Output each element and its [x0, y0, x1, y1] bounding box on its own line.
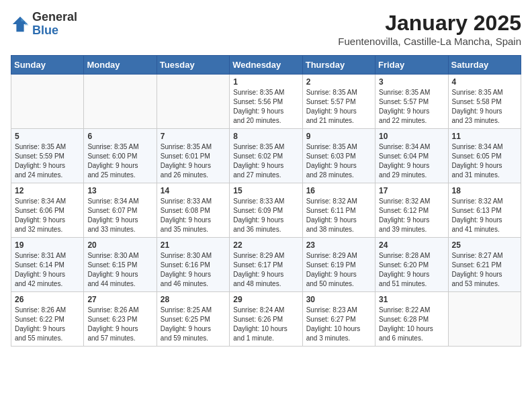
- logo: General Blue: [11, 11, 77, 38]
- weekday-header-tuesday: Tuesday: [157, 56, 229, 75]
- calendar-cell: 23Sunrise: 8:29 AM Sunset: 6:19 PM Dayli…: [302, 238, 375, 292]
- calendar-week-2: 5Sunrise: 8:35 AM Sunset: 5:59 PM Daylig…: [11, 129, 521, 183]
- day-info: Sunrise: 8:35 AM Sunset: 6:02 PM Dayligh…: [233, 142, 298, 180]
- day-info: Sunrise: 8:32 AM Sunset: 6:12 PM Dayligh…: [379, 197, 444, 234]
- day-info: Sunrise: 8:27 AM Sunset: 6:21 PM Dayligh…: [452, 251, 517, 289]
- weekday-header-sunday: Sunday: [11, 56, 84, 75]
- day-info: Sunrise: 8:35 AM Sunset: 5:59 PM Dayligh…: [15, 142, 80, 180]
- calendar-cell: 20Sunrise: 8:30 AM Sunset: 6:15 PM Dayli…: [84, 238, 157, 292]
- calendar-cell: 14Sunrise: 8:33 AM Sunset: 6:08 PM Dayli…: [157, 183, 229, 238]
- day-number: 21: [161, 240, 226, 250]
- calendar-cell: 6Sunrise: 8:35 AM Sunset: 6:00 PM Daylig…: [84, 129, 157, 183]
- day-info: Sunrise: 8:30 AM Sunset: 6:15 PM Dayligh…: [87, 251, 152, 289]
- day-number: 30: [306, 295, 371, 304]
- day-info: Sunrise: 8:26 AM Sunset: 6:22 PM Dayligh…: [15, 306, 80, 343]
- day-number: 24: [379, 240, 444, 250]
- day-number: 16: [306, 186, 371, 195]
- calendar-table: SundayMondayTuesdayWednesdayThursdayFrid…: [11, 55, 521, 347]
- calendar-week-3: 12Sunrise: 8:34 AM Sunset: 6:06 PM Dayli…: [11, 183, 521, 238]
- day-info: Sunrise: 8:29 AM Sunset: 6:19 PM Dayligh…: [306, 251, 371, 289]
- day-number: 18: [452, 186, 517, 195]
- page-header: General Blue January 2025 Fuentenovilla,…: [11, 11, 521, 47]
- weekday-header-monday: Monday: [84, 56, 157, 75]
- day-number: 6: [87, 132, 152, 141]
- calendar-cell: [84, 75, 157, 129]
- day-number: 13: [87, 186, 152, 195]
- calendar-cell: 9Sunrise: 8:35 AM Sunset: 6:03 PM Daylig…: [302, 129, 375, 183]
- calendar-cell: 16Sunrise: 8:32 AM Sunset: 6:11 PM Dayli…: [302, 183, 375, 238]
- calendar-cell: 11Sunrise: 8:34 AM Sunset: 6:05 PM Dayli…: [448, 129, 521, 183]
- day-info: Sunrise: 8:32 AM Sunset: 6:11 PM Dayligh…: [306, 197, 371, 234]
- day-info: Sunrise: 8:35 AM Sunset: 5:58 PM Dayligh…: [452, 88, 517, 126]
- day-info: Sunrise: 8:30 AM Sunset: 6:16 PM Dayligh…: [161, 251, 226, 289]
- calendar-cell: 27Sunrise: 8:26 AM Sunset: 6:23 PM Dayli…: [84, 292, 157, 347]
- calendar-cell: 1Sunrise: 8:35 AM Sunset: 5:56 PM Daylig…: [230, 75, 302, 129]
- day-number: 29: [233, 295, 298, 304]
- calendar-cell: 19Sunrise: 8:31 AM Sunset: 6:14 PM Dayli…: [11, 238, 84, 292]
- calendar-cell: 29Sunrise: 8:24 AM Sunset: 6:26 PM Dayli…: [230, 292, 302, 347]
- day-number: 5: [15, 132, 80, 141]
- day-info: Sunrise: 8:35 AM Sunset: 5:56 PM Dayligh…: [233, 88, 298, 126]
- day-info: Sunrise: 8:35 AM Sunset: 5:57 PM Dayligh…: [379, 88, 444, 126]
- day-number: 19: [15, 240, 80, 250]
- day-info: Sunrise: 8:23 AM Sunset: 6:27 PM Dayligh…: [306, 306, 371, 343]
- day-info: Sunrise: 8:33 AM Sunset: 6:08 PM Dayligh…: [161, 197, 226, 234]
- calendar-cell: 7Sunrise: 8:35 AM Sunset: 6:01 PM Daylig…: [157, 129, 229, 183]
- day-info: Sunrise: 8:34 AM Sunset: 6:07 PM Dayligh…: [87, 197, 152, 234]
- day-info: Sunrise: 8:22 AM Sunset: 6:28 PM Dayligh…: [379, 306, 444, 343]
- calendar-cell: 18Sunrise: 8:32 AM Sunset: 6:13 PM Dayli…: [448, 183, 521, 238]
- logo-blue-text: Blue: [32, 24, 58, 37]
- calendar-cell: 24Sunrise: 8:28 AM Sunset: 6:20 PM Dayli…: [375, 238, 448, 292]
- calendar-week-4: 19Sunrise: 8:31 AM Sunset: 6:14 PM Dayli…: [11, 238, 521, 292]
- day-info: Sunrise: 8:35 AM Sunset: 5:57 PM Dayligh…: [306, 88, 371, 126]
- day-number: 8: [233, 132, 298, 141]
- logo-icon: [11, 15, 30, 34]
- calendar-cell: [11, 75, 84, 129]
- calendar-cell: 5Sunrise: 8:35 AM Sunset: 5:59 PM Daylig…: [11, 129, 84, 183]
- calendar-cell: 30Sunrise: 8:23 AM Sunset: 6:27 PM Dayli…: [302, 292, 375, 347]
- day-info: Sunrise: 8:34 AM Sunset: 6:06 PM Dayligh…: [15, 197, 80, 234]
- day-number: 9: [306, 132, 371, 141]
- day-number: 7: [161, 132, 226, 141]
- weekday-header-thursday: Thursday: [302, 56, 375, 75]
- day-info: Sunrise: 8:33 AM Sunset: 6:09 PM Dayligh…: [233, 197, 298, 234]
- calendar-cell: 10Sunrise: 8:34 AM Sunset: 6:04 PM Dayli…: [375, 129, 448, 183]
- day-number: 3: [379, 77, 444, 87]
- calendar-week-1: 1Sunrise: 8:35 AM Sunset: 5:56 PM Daylig…: [11, 75, 521, 129]
- calendar-cell: 26Sunrise: 8:26 AM Sunset: 6:22 PM Dayli…: [11, 292, 84, 347]
- day-info: Sunrise: 8:34 AM Sunset: 6:04 PM Dayligh…: [379, 142, 444, 180]
- calendar-cell: 2Sunrise: 8:35 AM Sunset: 5:57 PM Daylig…: [302, 75, 375, 129]
- calendar-cell: 12Sunrise: 8:34 AM Sunset: 6:06 PM Dayli…: [11, 183, 84, 238]
- day-info: Sunrise: 8:34 AM Sunset: 6:05 PM Dayligh…: [452, 142, 517, 180]
- calendar-cell: 17Sunrise: 8:32 AM Sunset: 6:12 PM Dayli…: [375, 183, 448, 238]
- title-block: January 2025 Fuentenovilla, Castille-La …: [338, 11, 521, 47]
- day-number: 23: [306, 240, 371, 250]
- calendar-week-5: 26Sunrise: 8:26 AM Sunset: 6:22 PM Dayli…: [11, 292, 521, 347]
- calendar-cell: [157, 75, 229, 129]
- day-info: Sunrise: 8:24 AM Sunset: 6:26 PM Dayligh…: [233, 306, 298, 343]
- calendar-cell: 28Sunrise: 8:25 AM Sunset: 6:25 PM Dayli…: [157, 292, 229, 347]
- day-info: Sunrise: 8:28 AM Sunset: 6:20 PM Dayligh…: [379, 251, 444, 289]
- day-number: 14: [161, 186, 226, 195]
- day-number: 28: [161, 295, 226, 304]
- calendar-cell: 22Sunrise: 8:29 AM Sunset: 6:17 PM Dayli…: [230, 238, 302, 292]
- day-number: 17: [379, 186, 444, 195]
- calendar-cell: 15Sunrise: 8:33 AM Sunset: 6:09 PM Dayli…: [230, 183, 302, 238]
- day-info: Sunrise: 8:35 AM Sunset: 6:00 PM Dayligh…: [87, 142, 152, 180]
- calendar-cell: 21Sunrise: 8:30 AM Sunset: 6:16 PM Dayli…: [157, 238, 229, 292]
- calendar-cell: 8Sunrise: 8:35 AM Sunset: 6:02 PM Daylig…: [230, 129, 302, 183]
- day-number: 25: [452, 240, 517, 250]
- weekday-header-wednesday: Wednesday: [230, 56, 302, 75]
- day-info: Sunrise: 8:31 AM Sunset: 6:14 PM Dayligh…: [15, 251, 80, 289]
- day-number: 20: [87, 240, 152, 250]
- calendar-cell: 25Sunrise: 8:27 AM Sunset: 6:21 PM Dayli…: [448, 238, 521, 292]
- calendar-cell: 31Sunrise: 8:22 AM Sunset: 6:28 PM Dayli…: [375, 292, 448, 347]
- calendar-cell: 4Sunrise: 8:35 AM Sunset: 5:58 PM Daylig…: [448, 75, 521, 129]
- day-number: 26: [15, 295, 80, 304]
- day-number: 11: [452, 132, 517, 141]
- day-number: 1: [233, 77, 298, 87]
- weekday-header-row: SundayMondayTuesdayWednesdayThursdayFrid…: [11, 56, 521, 75]
- day-number: 12: [15, 186, 80, 195]
- day-info: Sunrise: 8:32 AM Sunset: 6:13 PM Dayligh…: [452, 197, 517, 234]
- calendar-cell: 13Sunrise: 8:34 AM Sunset: 6:07 PM Dayli…: [84, 183, 157, 238]
